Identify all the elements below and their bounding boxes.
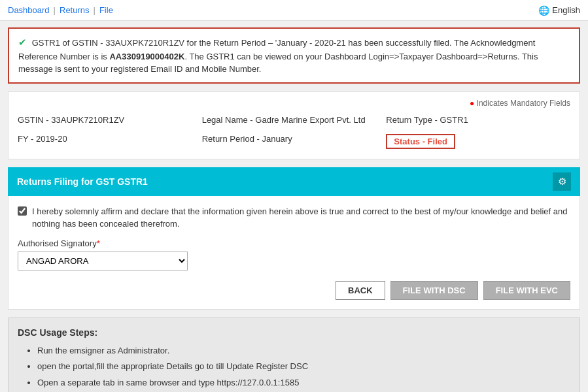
language-selector[interactable]: 🌐 English — [538, 5, 580, 16]
section-title: Returns Filing for GST GSTR1 — [17, 176, 148, 187]
mandatory-note: ● Indicates Mandatory Fields — [18, 99, 570, 108]
globe-icon: 🌐 — [538, 5, 549, 16]
nav-file[interactable]: File — [99, 5, 113, 15]
list-item: open the portal,fill the appropriate Det… — [37, 360, 570, 373]
list-item: Open a separate tab in same browser and … — [37, 376, 570, 389]
language-label: English — [552, 5, 580, 15]
auth-label: Authorised Signatory* — [18, 238, 570, 248]
success-banner: ✔ GSTR1 of GSTIN - 33AUXPK7210R1ZV for t… — [8, 27, 580, 84]
legal-name-cell: Legal Name - Gadre Marine Export Pvt. Lt… — [202, 113, 387, 127]
status-badge: Status - Filed — [386, 134, 455, 149]
top-nav: Dashboard | Returns | File 🌐 English — [0, 0, 588, 21]
gear-button[interactable]: ⚙ — [553, 172, 571, 191]
return-period-cell: Return Period - January — [202, 132, 387, 151]
dsc-section: DSC Usage Steps: Run the emsigner as Adm… — [8, 318, 580, 393]
main-content: ✔ GSTR1 of GSTIN - 33AUXPK7210R1ZV for t… — [0, 21, 588, 392]
check-icon: ✔ — [18, 37, 27, 48]
filing-form: I hereby solemnly affirm and declare tha… — [8, 196, 580, 310]
declaration-checkbox[interactable] — [18, 206, 27, 216]
file-dsc-button[interactable]: FILE WITH DSC — [390, 281, 478, 300]
nav-returns[interactable]: Returns — [60, 5, 90, 15]
back-button[interactable]: BACK — [336, 281, 385, 300]
info-section: ● Indicates Mandatory Fields GSTIN - 33A… — [8, 91, 580, 159]
dsc-steps-list: Run the emsigner as Administrator. open … — [18, 344, 570, 393]
return-type-cell: Return Type - GSTR1 — [386, 113, 570, 127]
button-row: BACK FILE WITH DSC FILE WITH EVC — [18, 281, 570, 300]
dsc-title: DSC Usage Steps: — [18, 327, 570, 338]
fy-cell: FY - 2019-20 — [18, 132, 202, 151]
nav-dashboard[interactable]: Dashboard — [8, 5, 50, 15]
status-cell: Status - Filed — [386, 132, 570, 151]
list-item: Run the emsigner as Administrator. — [37, 344, 570, 357]
auth-signatory-select[interactable]: ANGAD ARORA — [18, 252, 188, 270]
section-header: Returns Filing for GST GSTR1 ⚙ — [8, 167, 580, 196]
declaration-text: I hereby solemnly affirm and declare tha… — [32, 205, 570, 231]
file-evc-button[interactable]: FILE WITH EVC — [483, 281, 570, 300]
declaration-row: I hereby solemnly affirm and declare tha… — [18, 205, 570, 231]
gstin-cell: GSTIN - 33AUPK7210R1ZV — [18, 113, 202, 127]
nav-links: Dashboard | Returns | File — [8, 5, 113, 15]
banner-arn: AA330919000402K — [109, 52, 184, 61]
info-grid: GSTIN - 33AUPK7210R1ZV Legal Name - Gadr… — [18, 113, 570, 151]
